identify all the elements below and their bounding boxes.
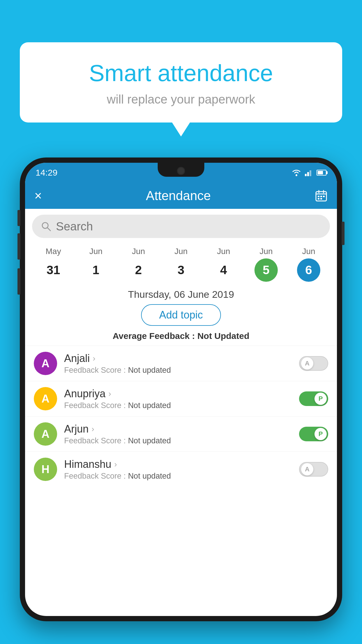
speech-bubble: Smart attendance will replace your paper… — [20, 42, 342, 123]
speech-bubble-container: Smart attendance will replace your paper… — [20, 42, 342, 123]
phone-notch — [158, 163, 204, 177]
svg-rect-12 — [320, 198, 322, 200]
student-feedback: Feedback Score : Not updated — [64, 436, 292, 445]
chevron-right-icon: › — [108, 389, 111, 398]
student-avatar: H — [34, 458, 57, 481]
chevron-right-icon: › — [93, 354, 95, 363]
speech-bubble-subtitle: will replace your paperwork — [34, 92, 328, 106]
calendar-date-jun6[interactable]: Jun 6 — [287, 247, 330, 282]
battery-icon — [317, 170, 326, 176]
phone-button-left2 — [17, 233, 20, 260]
student-name: Anjali › — [64, 352, 292, 365]
attendance-toggle-anupriya[interactable]: P — [299, 391, 328, 406]
student-feedback: Feedback Score : Not updated — [64, 366, 292, 375]
calendar-icon[interactable] — [315, 189, 328, 202]
header-title: Attendance — [146, 188, 211, 203]
student-name: Arjun › — [64, 423, 292, 435]
student-feedback: Feedback Score : Not updated — [64, 472, 292, 481]
phone-camera — [177, 167, 185, 175]
toggle-knob: A — [301, 463, 313, 475]
app-header: × Attendance — [25, 183, 337, 209]
student-avatar: A — [34, 422, 57, 446]
phone-button-right — [342, 222, 345, 245]
student-avatar: A — [34, 387, 57, 410]
average-feedback: Average Feedback : Not Updated — [25, 331, 337, 346]
chevron-right-icon: › — [92, 424, 94, 434]
student-info: Anupriya › Feedback Score : Not updated — [64, 388, 292, 410]
student-list: A Anjali › Feedback Score : Not updated … — [25, 346, 337, 487]
toggle-knob: P — [314, 393, 327, 405]
svg-line-14 — [48, 228, 50, 231]
calendar-date-jun4[interactable]: Jun 4 — [202, 247, 245, 282]
svg-point-0 — [296, 174, 297, 176]
student-item[interactable]: H Himanshu › Feedback Score : Not update… — [25, 452, 337, 487]
search-icon — [41, 221, 51, 232]
student-feedback: Feedback Score : Not updated — [64, 401, 292, 410]
status-icons — [291, 169, 326, 176]
student-info: Anjali › Feedback Score : Not updated — [64, 352, 292, 375]
calendar-date-may31[interactable]: May 31 — [32, 247, 75, 282]
calendar-date-jun5[interactable]: Jun 5 — [245, 247, 287, 282]
svg-rect-8 — [318, 196, 319, 197]
student-info: Himanshu › Feedback Score : Not updated — [64, 458, 292, 481]
phone-mockup: 14:29 — [20, 158, 342, 644]
svg-rect-1 — [305, 174, 307, 176]
phone-outer: 14:29 — [20, 158, 342, 621]
student-item[interactable]: A Anjali › Feedback Score : Not updated … — [25, 346, 337, 381]
svg-rect-3 — [310, 170, 311, 176]
attendance-toggle-anjali[interactable]: A — [299, 356, 328, 371]
student-item[interactable]: A Anupriya › Feedback Score : Not update… — [25, 381, 337, 416]
phone-screen: 14:29 — [25, 163, 337, 616]
student-avatar: A — [34, 352, 57, 375]
status-time: 14:29 — [36, 168, 57, 178]
calendar-date-jun3[interactable]: Jun 3 — [160, 247, 202, 282]
svg-rect-2 — [307, 172, 309, 176]
search-bar[interactable] — [32, 215, 330, 238]
attendance-toggle-himanshu[interactable]: A — [299, 462, 328, 477]
svg-rect-9 — [320, 196, 322, 197]
phone-button-left1 — [17, 210, 20, 226]
student-item[interactable]: A Arjun › Feedback Score : Not updated P — [25, 416, 337, 452]
calendar-date-jun1[interactable]: Jun 1 — [75, 247, 117, 282]
speech-bubble-title: Smart attendance — [34, 60, 328, 87]
close-button[interactable]: × — [34, 188, 42, 203]
toggle-knob: P — [314, 428, 327, 440]
student-name: Himanshu › — [64, 458, 292, 470]
wifi-icon — [291, 169, 301, 176]
attendance-toggle-arjun[interactable]: P — [299, 427, 328, 441]
toggle-knob: A — [301, 357, 313, 370]
add-topic-button[interactable]: Add topic — [141, 304, 221, 326]
selected-date-label: Thursday, 06 June 2019 — [25, 282, 337, 304]
search-input[interactable] — [56, 220, 321, 233]
svg-rect-10 — [323, 196, 325, 197]
avg-feedback-value: Not Updated — [197, 331, 249, 341]
signal-icon — [305, 169, 313, 176]
phone-button-left3 — [17, 268, 20, 295]
chevron-right-icon: › — [114, 460, 117, 469]
calendar-date-jun2[interactable]: Jun 2 — [117, 247, 160, 282]
avg-feedback-label: Average Feedback : — [113, 331, 195, 341]
calendar-row: May 31 Jun 1 Jun 2 Jun 3 Jun 4 — [25, 244, 337, 282]
student-name: Anupriya › — [64, 388, 292, 400]
student-info: Arjun › Feedback Score : Not updated — [64, 423, 292, 445]
svg-rect-11 — [318, 198, 319, 200]
